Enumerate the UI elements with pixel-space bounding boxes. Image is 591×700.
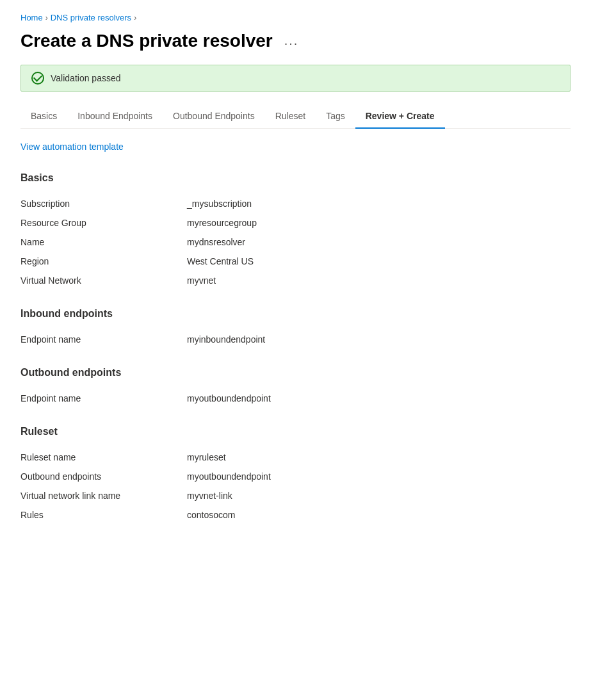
row-value-1-0: myinboundendpoint bbox=[187, 330, 571, 349]
table-row: Endpoint namemyinboundendpoint bbox=[20, 330, 571, 349]
validation-check-icon bbox=[31, 72, 44, 85]
view-template-link[interactable]: View automation template bbox=[20, 142, 124, 152]
row-value-0-2: mydnsresolver bbox=[187, 232, 571, 252]
row-value-2-0: myoutboundendpoint bbox=[187, 389, 571, 408]
ellipsis-button[interactable]: ... bbox=[280, 32, 303, 49]
section-outbound-endpoints: Outbound endpointsEndpoint namemyoutboun… bbox=[20, 367, 571, 408]
tab-inbound-endpoints[interactable]: Inbound Endpoints bbox=[67, 104, 163, 129]
row-label-1-0: Endpoint name bbox=[20, 330, 187, 349]
row-value-0-0: _mysubscription bbox=[187, 194, 571, 213]
row-label-3-0: Ruleset name bbox=[20, 448, 187, 467]
table-row: Rulescontosocom bbox=[20, 505, 571, 525]
table-row: Namemydnsresolver bbox=[20, 232, 571, 252]
section-ruleset: RulesetRuleset namemyrulesetOutbound end… bbox=[20, 426, 571, 525]
tabs-nav: Basics Inbound Endpoints Outbound Endpoi… bbox=[20, 104, 571, 129]
row-value-0-1: myresourcegroup bbox=[187, 213, 571, 232]
breadcrumb-home[interactable]: Home bbox=[20, 13, 43, 22]
tab-review-create[interactable]: Review + Create bbox=[355, 104, 445, 129]
row-label-3-1: Outbound endpoints bbox=[20, 467, 187, 486]
table-row: Virtual Networkmyvnet bbox=[20, 271, 571, 290]
row-value-3-1: myoutboundendpoint bbox=[187, 467, 571, 486]
row-label-0-3: Region bbox=[20, 252, 187, 271]
row-value-3-2: myvnet-link bbox=[187, 486, 571, 505]
row-label-3-3: Rules bbox=[20, 505, 187, 525]
sections-container: BasicsSubscription_mysubscriptionResourc… bbox=[20, 172, 571, 525]
row-value-3-3: contosocom bbox=[187, 505, 571, 525]
tab-basics[interactable]: Basics bbox=[20, 104, 67, 129]
breadcrumb-sep-1: › bbox=[45, 13, 48, 22]
row-label-3-2: Virtual network link name bbox=[20, 486, 187, 505]
validation-banner: Validation passed bbox=[20, 65, 571, 92]
section-title-ruleset: Ruleset bbox=[20, 426, 571, 437]
row-label-0-2: Name bbox=[20, 232, 187, 252]
table-row: Ruleset namemyruleset bbox=[20, 448, 571, 467]
tab-outbound-endpoints[interactable]: Outbound Endpoints bbox=[163, 104, 265, 129]
breadcrumb-sep-2: › bbox=[134, 13, 136, 22]
section-table-outbound-endpoints: Endpoint namemyoutboundendpoint bbox=[20, 389, 571, 408]
section-title-basics: Basics bbox=[20, 172, 571, 184]
table-row: RegionWest Central US bbox=[20, 252, 571, 271]
row-label-2-0: Endpoint name bbox=[20, 389, 187, 408]
row-value-3-0: myruleset bbox=[187, 448, 571, 467]
breadcrumb: Home › DNS private resolvers › bbox=[20, 13, 571, 22]
table-row: Outbound endpointsmyoutboundendpoint bbox=[20, 467, 571, 486]
table-row: Endpoint namemyoutboundendpoint bbox=[20, 389, 571, 408]
row-label-0-4: Virtual Network bbox=[20, 271, 187, 290]
row-value-0-4: myvnet bbox=[187, 271, 571, 290]
section-inbound-endpoints: Inbound endpointsEndpoint namemyinbounde… bbox=[20, 308, 571, 349]
page-container: Home › DNS private resolvers › Create a … bbox=[0, 0, 591, 700]
section-basics: BasicsSubscription_mysubscriptionResourc… bbox=[20, 172, 571, 290]
row-label-0-1: Resource Group bbox=[20, 213, 187, 232]
row-label-0-0: Subscription bbox=[20, 194, 187, 213]
section-table-ruleset: Ruleset namemyrulesetOutbound endpointsm… bbox=[20, 448, 571, 525]
section-title-inbound-endpoints: Inbound endpoints bbox=[20, 308, 571, 320]
section-table-basics: Subscription_mysubscriptionResource Grou… bbox=[20, 194, 571, 290]
table-row: Virtual network link namemyvnet-link bbox=[20, 486, 571, 505]
section-title-outbound-endpoints: Outbound endpoints bbox=[20, 367, 571, 378]
tab-ruleset[interactable]: Ruleset bbox=[265, 104, 316, 129]
row-value-0-3: West Central US bbox=[187, 252, 571, 271]
section-table-inbound-endpoints: Endpoint namemyinboundendpoint bbox=[20, 330, 571, 349]
table-row: Subscription_mysubscription bbox=[20, 194, 571, 213]
breadcrumb-dns-resolvers[interactable]: DNS private resolvers bbox=[51, 13, 131, 22]
page-title: Create a DNS private resolver bbox=[20, 30, 273, 52]
tab-tags[interactable]: Tags bbox=[316, 104, 355, 129]
page-title-row: Create a DNS private resolver ... bbox=[20, 30, 571, 52]
table-row: Resource Groupmyresourcegroup bbox=[20, 213, 571, 232]
validation-message: Validation passed bbox=[51, 73, 120, 83]
